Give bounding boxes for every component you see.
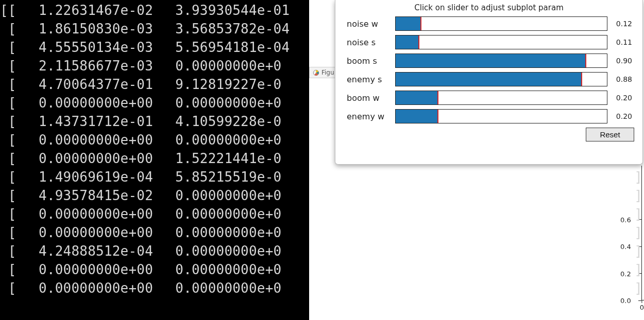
cell-col1: 2.11586677e-03 (20, 57, 153, 75)
terminal-row: [[1.22631467e-023.93930544e-01 (0, 1, 307, 20)
row-prefix: [[ (0, 1, 20, 20)
cell-col1: 4.93578415e-02 (20, 186, 153, 205)
cell-col1: 4.24888512e-04 (20, 242, 153, 260)
slider-track[interactable] (395, 72, 607, 86)
slider-enemy-s: enemy s0.88 (344, 72, 634, 86)
slider-handle[interactable] (585, 54, 586, 67)
row-prefix: [ (0, 186, 20, 205)
terminal-row: [1.86150830e-033.56853782e-04 (0, 20, 307, 38)
y-tick: 0.6 (620, 216, 631, 223)
terminal-row: [1.43731712e-014.10599228e-0 (0, 112, 307, 131)
cell-col2: 5.85215519e-0 (175, 168, 307, 186)
slider-value: 0.20 (607, 94, 634, 102)
cell-col1: 0.00000000e+00 (20, 131, 153, 149)
right-bracket-column: ] ] ] ] ] ] ] (634, 168, 642, 297)
terminal-row: [0.00000000e+001.52221441e-0 (0, 149, 307, 168)
cell-col1: 0.00000000e+00 (20, 94, 153, 112)
terminal-row: [2.11586677e-030.00000000e+0 (0, 57, 307, 75)
slider-noise-s: noise s0.11 (344, 35, 634, 49)
slider-value: 0.88 (607, 75, 634, 83)
terminal-row: [0.00000000e+000.00000000e+0 (0, 94, 307, 112)
slider-fill (396, 91, 438, 104)
cell-col2: 0.00000000e+0 (175, 279, 307, 297)
row-prefix: [ (0, 112, 20, 131)
row-prefix: [ (0, 168, 20, 186)
cell-col1: 1.86150830e-03 (20, 20, 153, 38)
slider-boom-w: boom w0.20 (344, 91, 634, 105)
cell-col1: 4.55550134e-03 (20, 38, 153, 57)
row-prefix: [ (0, 20, 20, 38)
row-prefix: [ (0, 279, 20, 297)
cell-col2: 0.00000000e+0 (175, 57, 307, 75)
y-tick: 0.2 (620, 270, 631, 277)
terminal-row: [4.70064377e-019.12819227e-0 (0, 75, 307, 94)
row-prefix: [ (0, 242, 20, 260)
slider-fill (396, 35, 419, 49)
row-prefix: [ (0, 149, 20, 168)
cell-col1: 0.00000000e+00 (20, 260, 153, 279)
figure-window-title: Figu (321, 69, 334, 76)
terminal-row: [0.00000000e+000.00000000e+0 (0, 205, 307, 223)
slider-handle[interactable] (418, 35, 419, 49)
row-prefix: [ (0, 223, 20, 242)
slider-boom-s: boom s0.90 (344, 54, 634, 68)
slider-track[interactable] (395, 91, 607, 105)
cell-col2: 0.00000000e+0 (175, 205, 307, 223)
row-prefix: [ (0, 205, 20, 223)
slider-panel-title: Click on slider to adjust subplot param (344, 3, 634, 12)
slider-label: enemy w (344, 112, 395, 121)
slider-enemy-w: enemy w0.20 (344, 109, 634, 123)
terminal-row: [0.00000000e+000.00000000e+0 (0, 223, 307, 242)
row-prefix: [ (0, 131, 20, 149)
cell-col2: 0.00000000e+0 (175, 260, 307, 279)
slider-label: enemy s (344, 75, 395, 84)
x-tick: 0 (640, 304, 644, 311)
slider-track[interactable] (395, 16, 607, 31)
cell-col2: 1.52221441e-0 (175, 149, 307, 168)
y-tick: 0.0 (620, 297, 631, 305)
terminal-output: [[1.22631467e-023.93930544e-01 [1.861508… (0, 0, 309, 320)
row-prefix: [ (0, 75, 20, 94)
slider-label: noise w (344, 19, 395, 29)
slider-fill (396, 17, 421, 30)
cell-col2: 0.00000000e+0 (175, 131, 307, 149)
cell-col1: 1.49069619e-04 (20, 168, 153, 186)
cell-col2: 0.00000000e+0 (175, 242, 307, 260)
slider-track[interactable] (395, 54, 607, 68)
slider-panel: Click on slider to adjust subplot param … (335, 0, 643, 165)
slider-handle[interactable] (437, 110, 438, 123)
slider-list: noise w0.12noise s0.11boom s0.90enemy s0… (344, 16, 634, 123)
y-tick: 0.4 (620, 243, 631, 251)
cell-col1: 4.70064377e-01 (20, 75, 153, 94)
reset-button[interactable]: Reset (586, 128, 634, 141)
row-prefix: [ (0, 94, 20, 112)
row-prefix: [ (0, 57, 20, 75)
slider-handle[interactable] (437, 91, 438, 104)
terminal-row: [4.93578415e-020.00000000e+0 (0, 186, 307, 205)
cell-col2: 3.93930544e-01 (175, 1, 307, 20)
cell-col2: 9.12819227e-0 (175, 75, 307, 94)
terminal-row: [4.24888512e-040.00000000e+0 (0, 242, 307, 260)
slider-label: boom s (344, 56, 395, 66)
cell-col1: 1.22631467e-02 (20, 1, 153, 20)
terminal-row: [0.00000000e+000.00000000e+0 (0, 131, 307, 149)
cell-col1: 0.00000000e+00 (20, 149, 153, 168)
slider-fill (396, 73, 582, 86)
slider-track[interactable] (395, 35, 607, 49)
matplotlib-icon (313, 69, 319, 76)
slider-label: noise s (344, 38, 395, 47)
slider-fill (396, 110, 438, 123)
slider-handle[interactable] (420, 17, 421, 30)
slider-track[interactable] (395, 109, 607, 123)
terminal-row: [4.55550134e-035.56954181e-04 (0, 38, 307, 57)
slider-handle[interactable] (581, 73, 582, 86)
cell-col2: 5.56954181e-04 (175, 38, 307, 57)
cell-col1: 0.00000000e+00 (20, 205, 153, 223)
cell-col2: 3.56853782e-04 (175, 20, 307, 38)
slider-value: 0.11 (607, 38, 634, 46)
cell-col1: 1.43731712e-01 (20, 112, 153, 131)
cell-col2: 4.10599228e-0 (175, 112, 307, 131)
terminal-row: [0.00000000e+000.00000000e+0 (0, 260, 307, 279)
row-prefix: [ (0, 260, 20, 279)
slider-noise-w: noise w0.12 (344, 16, 634, 31)
